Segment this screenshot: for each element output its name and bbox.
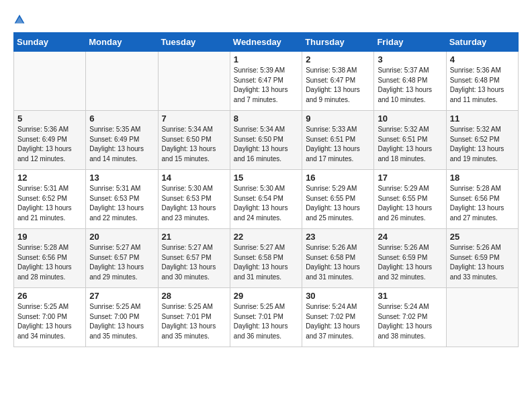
- cell-info: Sunrise: 5:24 AM Sunset: 7:02 PM Dayligh…: [306, 302, 370, 341]
- day-number: 29: [234, 291, 298, 301]
- cell-info: Sunrise: 5:29 AM Sunset: 6:55 PM Dayligh…: [306, 184, 370, 223]
- day-number: 19: [17, 232, 82, 242]
- cell-info: Sunrise: 5:25 AM Sunset: 7:00 PM Dayligh…: [17, 302, 82, 341]
- calendar-cell: 9Sunrise: 5:33 AM Sunset: 6:51 PM Daylig…: [302, 111, 374, 170]
- cell-info: Sunrise: 5:25 AM Sunset: 7:01 PM Dayligh…: [162, 302, 226, 341]
- calendar-week-2: 5Sunrise: 5:36 AM Sunset: 6:49 PM Daylig…: [14, 111, 519, 170]
- calendar-cell: 5Sunrise: 5:36 AM Sunset: 6:49 PM Daylig…: [14, 111, 86, 170]
- weekday-header-friday: Friday: [374, 33, 446, 52]
- weekday-header-sunday: Sunday: [14, 33, 86, 52]
- calendar-cell: 4Sunrise: 5:36 AM Sunset: 6:48 PM Daylig…: [446, 52, 518, 111]
- calendar-cell: 27Sunrise: 5:25 AM Sunset: 7:00 PM Dayli…: [86, 288, 158, 347]
- calendar-cell: 19Sunrise: 5:28 AM Sunset: 6:56 PM Dayli…: [14, 229, 86, 288]
- calendar-cell: 6Sunrise: 5:35 AM Sunset: 6:49 PM Daylig…: [86, 111, 158, 170]
- day-number: 17: [378, 173, 442, 183]
- logo-icon: [13, 13, 26, 26]
- calendar-cell: 2Sunrise: 5:38 AM Sunset: 6:47 PM Daylig…: [302, 52, 374, 111]
- calendar-cell: 24Sunrise: 5:26 AM Sunset: 6:59 PM Dayli…: [374, 229, 446, 288]
- weekday-header-wednesday: Wednesday: [230, 33, 302, 52]
- cell-info: Sunrise: 5:26 AM Sunset: 6:59 PM Dayligh…: [378, 243, 442, 282]
- cell-info: Sunrise: 5:25 AM Sunset: 7:01 PM Dayligh…: [234, 302, 298, 341]
- day-number: 27: [89, 291, 154, 301]
- cell-info: Sunrise: 5:37 AM Sunset: 6:48 PM Dayligh…: [378, 66, 442, 105]
- calendar-cell: 3Sunrise: 5:37 AM Sunset: 6:48 PM Daylig…: [374, 52, 446, 111]
- weekday-row: SundayMondayTuesdayWednesdayThursdayFrid…: [14, 33, 519, 52]
- day-number: 28: [162, 291, 226, 301]
- day-number: 21: [162, 232, 226, 242]
- day-number: 1: [234, 54, 298, 64]
- calendar-cell: [158, 52, 230, 111]
- weekday-header-monday: Monday: [86, 33, 158, 52]
- page-header: [13, 13, 519, 26]
- calendar-cell: 16Sunrise: 5:29 AM Sunset: 6:55 PM Dayli…: [302, 170, 374, 229]
- logo: [13, 13, 27, 26]
- cell-info: Sunrise: 5:35 AM Sunset: 6:49 PM Dayligh…: [89, 125, 154, 164]
- calendar-cell: 12Sunrise: 5:31 AM Sunset: 6:52 PM Dayli…: [14, 170, 86, 229]
- cell-info: Sunrise: 5:29 AM Sunset: 6:55 PM Dayligh…: [378, 184, 442, 223]
- weekday-header-saturday: Saturday: [446, 33, 518, 52]
- cell-info: Sunrise: 5:28 AM Sunset: 6:56 PM Dayligh…: [450, 184, 515, 223]
- calendar-week-1: 1Sunrise: 5:39 AM Sunset: 6:47 PM Daylig…: [14, 52, 519, 111]
- cell-info: Sunrise: 5:32 AM Sunset: 6:51 PM Dayligh…: [378, 125, 442, 164]
- cell-info: Sunrise: 5:36 AM Sunset: 6:49 PM Dayligh…: [17, 125, 82, 164]
- day-number: 10: [378, 113, 442, 124]
- calendar-cell: 30Sunrise: 5:24 AM Sunset: 7:02 PM Dayli…: [302, 288, 374, 347]
- cell-info: Sunrise: 5:30 AM Sunset: 6:54 PM Dayligh…: [234, 184, 298, 223]
- day-number: 23: [306, 232, 370, 242]
- calendar-cell: 18Sunrise: 5:28 AM Sunset: 6:56 PM Dayli…: [446, 170, 518, 229]
- calendar-cell: [86, 52, 158, 111]
- day-number: 30: [306, 291, 370, 301]
- calendar-week-3: 12Sunrise: 5:31 AM Sunset: 6:52 PM Dayli…: [14, 170, 519, 229]
- day-number: 24: [378, 232, 442, 242]
- cell-info: Sunrise: 5:34 AM Sunset: 6:50 PM Dayligh…: [162, 125, 226, 164]
- cell-info: Sunrise: 5:27 AM Sunset: 6:57 PM Dayligh…: [89, 243, 154, 282]
- cell-info: Sunrise: 5:33 AM Sunset: 6:51 PM Dayligh…: [306, 125, 370, 164]
- day-number: 2: [306, 54, 370, 64]
- day-number: 22: [234, 232, 298, 242]
- day-number: 3: [378, 54, 442, 64]
- cell-info: Sunrise: 5:28 AM Sunset: 6:56 PM Dayligh…: [17, 243, 82, 282]
- calendar-cell: [446, 288, 518, 347]
- calendar-cell: 13Sunrise: 5:31 AM Sunset: 6:53 PM Dayli…: [86, 170, 158, 229]
- day-number: 26: [17, 291, 82, 301]
- cell-info: Sunrise: 5:34 AM Sunset: 6:50 PM Dayligh…: [234, 125, 298, 164]
- calendar-cell: 1Sunrise: 5:39 AM Sunset: 6:47 PM Daylig…: [230, 52, 302, 111]
- day-number: 13: [89, 173, 154, 183]
- calendar-week-4: 19Sunrise: 5:28 AM Sunset: 6:56 PM Dayli…: [14, 229, 519, 288]
- day-number: 5: [17, 113, 82, 124]
- calendar-cell: 31Sunrise: 5:24 AM Sunset: 7:02 PM Dayli…: [374, 288, 446, 347]
- cell-info: Sunrise: 5:27 AM Sunset: 6:57 PM Dayligh…: [162, 243, 226, 282]
- calendar-cell: 15Sunrise: 5:30 AM Sunset: 6:54 PM Dayli…: [230, 170, 302, 229]
- cell-info: Sunrise: 5:27 AM Sunset: 6:58 PM Dayligh…: [234, 243, 298, 282]
- day-number: 14: [162, 173, 226, 183]
- cell-info: Sunrise: 5:26 AM Sunset: 6:58 PM Dayligh…: [306, 243, 370, 282]
- day-number: 9: [306, 113, 370, 124]
- day-number: 15: [234, 173, 298, 183]
- day-number: 11: [450, 113, 515, 124]
- cell-info: Sunrise: 5:26 AM Sunset: 6:59 PM Dayligh…: [450, 243, 515, 282]
- cell-info: Sunrise: 5:25 AM Sunset: 7:00 PM Dayligh…: [89, 302, 154, 341]
- calendar-cell: 11Sunrise: 5:32 AM Sunset: 6:52 PM Dayli…: [446, 111, 518, 170]
- calendar-cell: 14Sunrise: 5:30 AM Sunset: 6:53 PM Dayli…: [158, 170, 230, 229]
- day-number: 16: [306, 173, 370, 183]
- calendar-cell: [14, 52, 86, 111]
- day-number: 18: [450, 173, 515, 183]
- calendar-table: SundayMondayTuesdayWednesdayThursdayFrid…: [13, 32, 519, 347]
- calendar-body: 1Sunrise: 5:39 AM Sunset: 6:47 PM Daylig…: [14, 52, 519, 347]
- weekday-header-thursday: Thursday: [302, 33, 374, 52]
- cell-info: Sunrise: 5:39 AM Sunset: 6:47 PM Dayligh…: [234, 66, 298, 105]
- calendar-cell: 8Sunrise: 5:34 AM Sunset: 6:50 PM Daylig…: [230, 111, 302, 170]
- calendar-cell: 17Sunrise: 5:29 AM Sunset: 6:55 PM Dayli…: [374, 170, 446, 229]
- calendar-cell: 26Sunrise: 5:25 AM Sunset: 7:00 PM Dayli…: [14, 288, 86, 347]
- day-number: 12: [17, 173, 82, 183]
- day-number: 7: [162, 113, 226, 124]
- calendar-cell: 21Sunrise: 5:27 AM Sunset: 6:57 PM Dayli…: [158, 229, 230, 288]
- calendar-cell: 20Sunrise: 5:27 AM Sunset: 6:57 PM Dayli…: [86, 229, 158, 288]
- calendar-cell: 7Sunrise: 5:34 AM Sunset: 6:50 PM Daylig…: [158, 111, 230, 170]
- calendar-cell: 22Sunrise: 5:27 AM Sunset: 6:58 PM Dayli…: [230, 229, 302, 288]
- day-number: 6: [89, 113, 154, 124]
- cell-info: Sunrise: 5:31 AM Sunset: 6:52 PM Dayligh…: [17, 184, 82, 223]
- calendar-cell: 10Sunrise: 5:32 AM Sunset: 6:51 PM Dayli…: [374, 111, 446, 170]
- weekday-header-tuesday: Tuesday: [158, 33, 230, 52]
- cell-info: Sunrise: 5:31 AM Sunset: 6:53 PM Dayligh…: [89, 184, 154, 223]
